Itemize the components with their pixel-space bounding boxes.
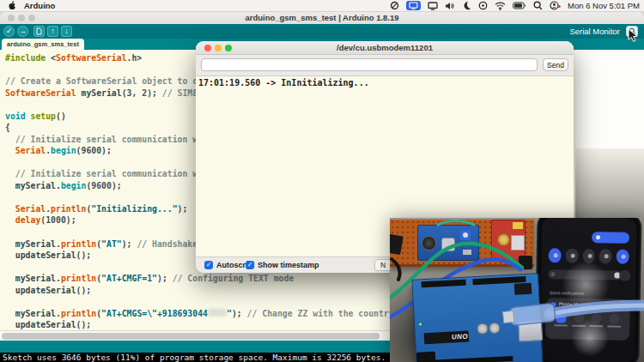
record-icon[interactable]: [390, 1, 399, 10]
wifi-icon[interactable]: [495, 2, 506, 10]
usb-cable: [390, 218, 644, 362]
scrollbar-thumb[interactable]: [2, 333, 380, 340]
serial-output-line: 17:01:19.560 -> InInitializing...: [198, 78, 369, 87]
new-sketch-button[interactable]: [33, 26, 45, 37]
battery-icon[interactable]: [513, 2, 526, 9]
ide-toolbar: ✓ → ↑ ↓ Serial Monitor: [0, 24, 644, 39]
console-message: Sketch uses 3646 bytes (11%) of program …: [3, 353, 386, 362]
save-sketch-button[interactable]: ↓: [61, 26, 72, 37]
fast-user-switch-icon[interactable]: [550, 1, 561, 10]
screen: Arduino Mon 6 Nov 5:01 PM arduino_gsm_sm…: [0, 0, 644, 362]
menu-bar: Arduino Mon 6 Nov 5:01 PM: [0, 0, 644, 12]
tab-label: arduino_gsm_sms_test: [7, 40, 79, 48]
menu-clock[interactable]: Mon 6 Nov 5:01 PM: [568, 1, 640, 10]
moon-icon[interactable]: [462, 1, 471, 10]
search-icon[interactable]: [533, 1, 543, 10]
serial-monitor-tooltip: Serial Monitor: [569, 27, 620, 36]
screen-mirror-icon[interactable]: [406, 1, 421, 10]
menu-status-area: Mon 6 Nov 5:01 PM: [390, 1, 640, 10]
autoscroll-checkbox[interactable]: ✓: [204, 261, 213, 269]
serial-input-field[interactable]: [201, 58, 538, 71]
display-icon[interactable]: [428, 2, 438, 10]
ide-title-bar: arduino_gsm_sms_test | Arduino 1.8.19: [0, 11, 644, 25]
send-button[interactable]: Send: [543, 58, 568, 71]
volume-icon[interactable]: [445, 2, 455, 10]
menu-app-name[interactable]: Arduino: [24, 1, 55, 10]
mouse-cursor: [628, 28, 639, 43]
show-timestamp-checkbox[interactable]: ✓: [246, 261, 254, 269]
sm-window-title: /dev/cu.usbmodem11201: [196, 43, 574, 52]
show-timestamp-label: Show timestamp: [258, 261, 319, 269]
apple-menu-icon[interactable]: [9, 1, 16, 10]
overlay-shadow: [575, 148, 644, 229]
camera-overlay: Silent notifications Phone Manager: [390, 218, 644, 362]
verify-button[interactable]: ✓: [3, 26, 15, 37]
editor-right-panel: [575, 50, 644, 148]
disc-icon[interactable]: [478, 1, 488, 10]
tab-arduino-gsm-sms-test[interactable]: arduino_gsm_sms_test: [2, 39, 84, 50]
upload-button[interactable]: →: [17, 26, 28, 37]
serial-monitor-title-bar: /dev/cu.usbmodem11201: [196, 41, 574, 55]
ide-window-title: arduino_gsm_sms_test | Arduino 1.8.19: [0, 13, 644, 22]
open-sketch-button[interactable]: ↑: [47, 26, 58, 37]
